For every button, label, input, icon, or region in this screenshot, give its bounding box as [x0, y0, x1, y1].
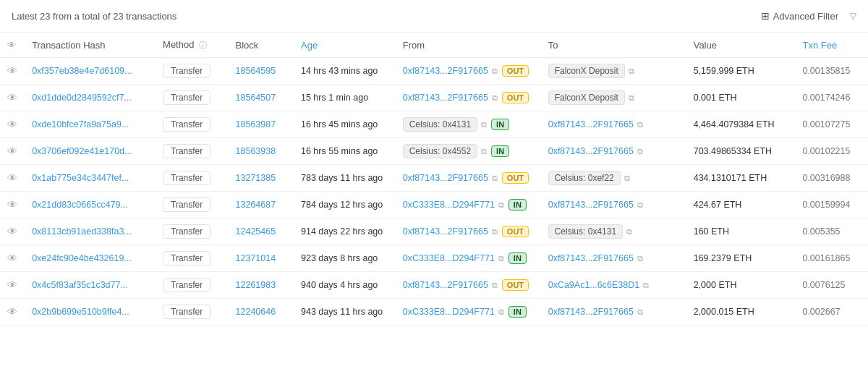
- row-eye-icon[interactable]: 👁: [7, 306, 17, 318]
- tx-hash-link[interactable]: 0xd1dde0d2849592cf7...: [32, 93, 132, 103]
- to-named-addr[interactable]: FalconX Deposit: [548, 64, 625, 78]
- row-eye-icon[interactable]: 👁: [7, 65, 17, 77]
- from-addr-link[interactable]: 0xf87143...2F917665: [403, 280, 488, 290]
- advanced-filter-button[interactable]: ⊞ Advanced Filter: [755, 7, 844, 25]
- from-addr-link[interactable]: 0xC333E8...D294F771: [403, 307, 495, 317]
- to-copy-icon[interactable]: ⧉: [643, 281, 649, 290]
- to-cell: FalconX Deposit⧉: [541, 85, 686, 111]
- to-addr-link[interactable]: 0xf87143...2F917665: [548, 307, 634, 317]
- tx-hash-link[interactable]: 0x4c5f83af35c1c3d77...: [32, 280, 128, 290]
- advanced-filter-label: Advanced Filter: [773, 11, 838, 22]
- to-named-addr[interactable]: Celsius: 0xef22: [548, 171, 621, 185]
- value-cell: 169.2379 ETH: [686, 245, 796, 272]
- row-eye-icon[interactable]: 👁: [7, 119, 17, 130]
- from-addr-link[interactable]: 0xC333E8...D294F771: [403, 200, 495, 210]
- to-copy-icon[interactable]: ⧉: [637, 200, 643, 210]
- from-copy-icon[interactable]: ⧉: [498, 200, 504, 210]
- to-copy-icon[interactable]: ⧉: [637, 147, 643, 156]
- to-addr-link[interactable]: 0xf87143...2F917665: [548, 146, 634, 156]
- direction-badge-out: OUT: [502, 279, 529, 291]
- table-row: 👁0x21dd83c0665cc479...Transfer1326468778…: [0, 192, 868, 218]
- from-addr-link[interactable]: 0xf87143...2F917665: [403, 173, 488, 183]
- row-eye-icon[interactable]: 👁: [7, 145, 17, 157]
- to-copy-icon[interactable]: ⧉: [629, 67, 634, 76]
- tx-hash-link[interactable]: 0x3706ef092e41e170d...: [32, 146, 132, 156]
- block-link[interactable]: 18564595: [236, 66, 276, 76]
- block-link[interactable]: 13264687: [236, 200, 276, 210]
- row-eye-icon[interactable]: 👁: [7, 252, 17, 264]
- value-cell: 0.001 ETH: [686, 85, 796, 111]
- tx-hash-link[interactable]: 0x2b9b699e510b9ffe4...: [32, 307, 129, 317]
- direction-badge-in: IN: [509, 252, 527, 264]
- age-cell: 784 days 12 hrs ago: [294, 192, 396, 218]
- to-addr-link[interactable]: 0xf87143...2F917665: [548, 200, 634, 210]
- row-eye-icon[interactable]: 👁: [7, 279, 17, 291]
- block-link[interactable]: 12240646: [236, 307, 276, 317]
- tx-hash-link[interactable]: 0x21dd83c0665cc479...: [32, 200, 128, 210]
- tx-hash-link[interactable]: 0xe24fc90e4be432619...: [32, 253, 132, 263]
- from-named-addr[interactable]: Celsius: 0x4131: [403, 117, 477, 132]
- block-link[interactable]: 18564507: [236, 93, 276, 103]
- txnfee-cell: 0.00135815: [795, 58, 868, 85]
- from-copy-icon[interactable]: ⧉: [492, 67, 498, 76]
- from-copy-icon[interactable]: ⧉: [492, 227, 498, 237]
- from-copy-icon[interactable]: ⧉: [492, 174, 498, 183]
- row-eye-icon[interactable]: 👁: [7, 172, 17, 184]
- tx-hash-link[interactable]: 0x1ab775e34c3447fef...: [32, 173, 129, 183]
- to-copy-icon[interactable]: ⧉: [629, 93, 634, 103]
- from-addr-link[interactable]: 0xf87143...2F917665: [403, 93, 488, 103]
- from-copy-icon[interactable]: ⧉: [481, 147, 487, 156]
- to-addr-link[interactable]: 0xCa9Ac1...6c6E38D1: [548, 280, 639, 290]
- block-link[interactable]: 12425465: [236, 226, 276, 237]
- block-link[interactable]: 13271385: [236, 173, 276, 183]
- from-copy-icon[interactable]: ⧉: [492, 93, 498, 103]
- to-copy-icon[interactable]: ⧉: [624, 174, 630, 183]
- table-row: 👁0x3706ef092e41e170d...Transfer185639381…: [0, 138, 868, 165]
- from-addr-link[interactable]: 0xf87143...2F917665: [403, 66, 488, 76]
- from-cell: 0xC333E8...D294F771⧉IN: [396, 192, 541, 218]
- age-cell: 783 days 11 hrs ago: [294, 165, 396, 192]
- block-link[interactable]: 12261983: [236, 280, 276, 290]
- col-header-to: To: [541, 33, 686, 58]
- to-named-addr[interactable]: FalconX Deposit: [548, 90, 625, 105]
- block-link[interactable]: 18563987: [236, 119, 276, 129]
- age-cell: 940 days 4 hrs ago: [294, 272, 396, 299]
- table-row: 👁0xe24fc90e4be432619...Transfer123710149…: [0, 245, 868, 272]
- from-addr-link[interactable]: 0xC333E8...D294F771: [403, 253, 495, 263]
- method-badge: Transfer: [163, 171, 210, 185]
- table-row: 👁0x1ab775e34c3447fef...Transfer132713857…: [0, 165, 868, 192]
- from-cell: 0xf87143...2F917665⧉OUT: [396, 85, 541, 111]
- method-badge: Transfer: [163, 251, 210, 265]
- from-copy-icon[interactable]: ⧉: [498, 254, 504, 263]
- to-addr-link[interactable]: 0xf87143...2F917665: [548, 253, 634, 263]
- block-link[interactable]: 18563938: [236, 146, 276, 156]
- to-copy-icon[interactable]: ⧉: [637, 254, 643, 263]
- from-copy-icon[interactable]: ⧉: [492, 281, 498, 290]
- tx-hash-link[interactable]: 0x8113cb91aed338fa3...: [32, 226, 132, 237]
- method-help-icon[interactable]: ⓘ: [199, 41, 207, 49]
- table-row: 👁0xd1dde0d2849592cf7...Transfer185645071…: [0, 85, 868, 111]
- to-addr-link[interactable]: 0xf87143...2F917665: [548, 119, 634, 129]
- from-addr-link[interactable]: 0xf87143...2F917665: [403, 226, 488, 237]
- col-header-age: Age: [294, 33, 396, 58]
- txnfee-cell: 0.002667: [795, 299, 868, 326]
- from-copy-icon[interactable]: ⧉: [498, 307, 504, 317]
- to-copy-icon[interactable]: ⧉: [637, 120, 643, 129]
- from-named-addr[interactable]: Celsius: 0x4552: [403, 144, 477, 158]
- row-eye-icon[interactable]: 👁: [7, 199, 17, 211]
- tx-hash-link[interactable]: 0xde10bfce7fa9a75a9...: [32, 119, 129, 129]
- to-copy-icon[interactable]: ⧉: [626, 227, 632, 237]
- to-named-addr[interactable]: Celsius: 0x4131: [548, 224, 623, 239]
- sort-icon[interactable]: ▽: [850, 11, 856, 21]
- tx-hash-link[interactable]: 0xf357eb38e4e7d6109...: [32, 66, 132, 76]
- row-eye-icon[interactable]: 👁: [7, 226, 17, 237]
- to-copy-icon[interactable]: ⧉: [637, 307, 643, 317]
- direction-badge-out: OUT: [502, 226, 529, 237]
- method-badge: Transfer: [163, 305, 210, 319]
- block-link[interactable]: 12371014: [236, 253, 276, 263]
- method-label: Method: [163, 39, 194, 50]
- txnfee-cell: 0.00161865: [795, 245, 868, 272]
- col-header-value: Value: [686, 33, 796, 58]
- from-copy-icon[interactable]: ⧉: [481, 120, 487, 129]
- row-eye-icon[interactable]: 👁: [7, 92, 17, 103]
